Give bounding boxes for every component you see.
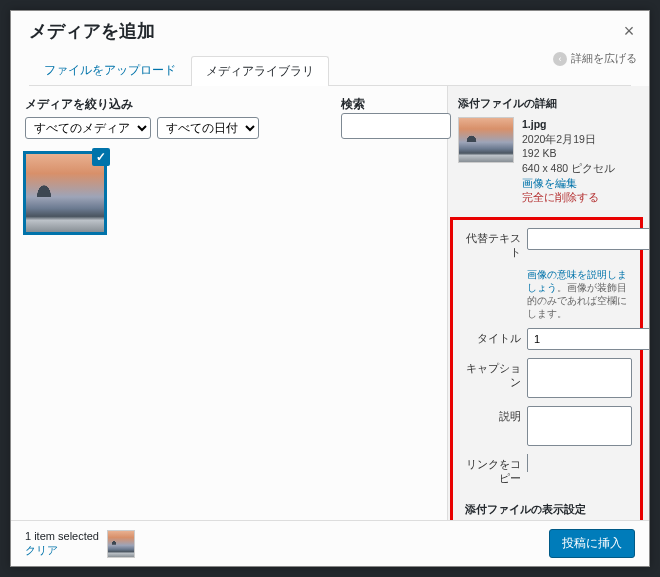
modal-footer: 1 item selected クリア 投稿に挿入 xyxy=(11,520,649,566)
filter-label: メディアを絞り込み xyxy=(25,96,259,113)
selection-thumbnail[interactable] xyxy=(107,530,135,558)
file-dimensions: 640 x 480 ピクセル xyxy=(522,161,615,176)
thumbnail-image xyxy=(459,118,513,162)
media-modal: メディアを追加 × ‹ 詳細を広げる ファイルをアップロード メディアライブラリ… xyxy=(10,10,650,567)
alt-text-label: 代替テキスト xyxy=(461,228,521,260)
search-area: 検索 xyxy=(341,96,451,139)
tab-library[interactable]: メディアライブラリ xyxy=(191,56,329,86)
copy-link-label: リンクをコピー xyxy=(461,454,521,486)
chevron-left-icon: ‹ xyxy=(553,52,567,66)
modal-title: メディアを追加 xyxy=(29,11,631,51)
edit-image-link[interactable]: 画像を編集 xyxy=(522,176,615,191)
file-date: 2020年2月19日 xyxy=(522,132,615,147)
close-button[interactable]: × xyxy=(617,19,641,43)
details-panel: 添付ファイルの詳細 1.jpg 2020年2月19日 192 KB 640 x … xyxy=(447,86,649,520)
modal-header: メディアを追加 × ‹ 詳細を広げる ファイルをアップロード メディアライブラリ xyxy=(11,11,649,86)
tabs: ファイルをアップロード メディアライブラリ xyxy=(29,55,631,86)
file-size: 192 KB xyxy=(522,146,615,161)
copy-link-field[interactable] xyxy=(527,454,632,472)
search-input[interactable] xyxy=(341,113,451,139)
details-block: 1.jpg 2020年2月19日 192 KB 640 x 480 ピクセル 画… xyxy=(448,117,649,213)
thumbnail-image xyxy=(26,154,104,232)
selection-count: 1 item selected xyxy=(25,530,99,543)
filter-type-select[interactable]: すべてのメディア xyxy=(25,117,151,139)
title-label: タイトル xyxy=(461,328,521,346)
expand-details-link[interactable]: ‹ 詳細を広げる xyxy=(553,51,637,66)
insert-button[interactable]: 投稿に挿入 xyxy=(549,529,635,558)
tab-upload[interactable]: ファイルをアップロード xyxy=(29,55,191,85)
clear-selection-link[interactable]: クリア xyxy=(25,544,99,557)
details-heading: 添付ファイルの詳細 xyxy=(448,86,649,117)
file-name: 1.jpg xyxy=(522,117,615,132)
description-input[interactable] xyxy=(527,406,632,446)
selection-info: 1 item selected クリア xyxy=(25,530,135,558)
details-meta: 1.jpg 2020年2月19日 192 KB 640 x 480 ピクセル 画… xyxy=(522,117,615,205)
caption-label: キャプション xyxy=(461,358,521,390)
media-thumbnail[interactable] xyxy=(25,153,105,233)
alt-text-input[interactable] xyxy=(527,228,649,250)
display-settings-heading: 添付ファイルの表示設定 xyxy=(465,502,632,517)
title-input[interactable] xyxy=(527,328,649,350)
caption-input[interactable] xyxy=(527,358,632,398)
thumbnail-grid xyxy=(25,153,433,233)
expand-details-label: 詳細を広げる xyxy=(571,51,637,66)
details-thumbnail xyxy=(458,117,514,163)
filter-date-select[interactable]: すべての日付 xyxy=(157,117,259,139)
thumbnail-image xyxy=(108,531,134,557)
library-panel: メディアを絞り込み すべてのメディア すべての日付 検索 xyxy=(11,86,447,520)
highlighted-settings: 代替テキスト 画像の意味を説明しましょう。画像が装飾目的のみであれば空欄にします… xyxy=(450,217,643,520)
main-area: メディアを絞り込み すべてのメディア すべての日付 検索 xyxy=(11,86,649,520)
search-label: 検索 xyxy=(341,96,451,113)
delete-link[interactable]: 完全に削除する xyxy=(522,190,615,205)
description-label: 説明 xyxy=(461,406,521,424)
